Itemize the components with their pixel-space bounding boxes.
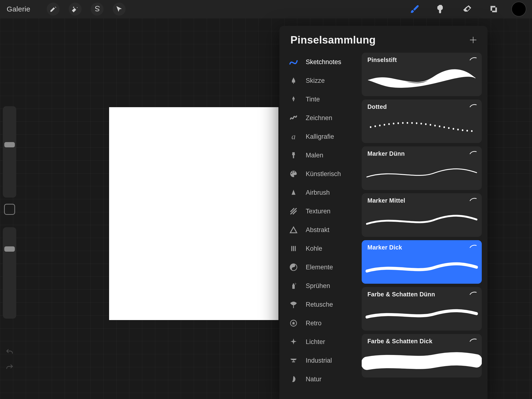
undo-button[interactable]	[5, 347, 14, 357]
side-panel	[2, 106, 17, 372]
select-s-icon[interactable]	[91, 3, 104, 16]
brush-list[interactable]: PinselstiftDottedMarker DünnMarker Mitte…	[362, 53, 483, 399]
brush-category-item[interactable]: Zeichnen	[283, 109, 361, 127]
brush-badge-icon	[469, 291, 477, 296]
brush-name: Farbe & Schatten Dünn	[367, 291, 476, 298]
brush-category-list[interactable]: SketchnotesSkizzeTinteZeichnenaKalligraf…	[283, 53, 362, 399]
brush-name: Pinselstift	[367, 57, 476, 63]
brush-category-label: Sketchnotes	[306, 58, 361, 66]
slider-knob[interactable]	[4, 142, 15, 147]
bars-icon	[288, 243, 299, 254]
brush-category-item[interactable]: Abstrakt	[283, 221, 361, 239]
svg-point-23	[430, 124, 431, 126]
brush-category-label: Kohle	[306, 245, 361, 252]
fan-brush-icon	[288, 299, 299, 310]
svg-point-16	[398, 122, 399, 124]
svg-point-27	[448, 127, 450, 129]
brush-category-item[interactable]: Sprühen	[283, 277, 361, 295]
brush-category-label: Retro	[306, 320, 361, 327]
brush-preview	[362, 111, 482, 141]
brush-category-item[interactable]: Künstlerisch	[283, 165, 361, 183]
brush-icon[interactable]	[406, 3, 423, 15]
eraser-icon[interactable]	[459, 3, 476, 15]
add-brush-button[interactable]	[468, 35, 478, 45]
brush-badge-icon	[469, 57, 477, 61]
brush-category-item[interactable]: Tinte	[283, 90, 361, 109]
brush-card[interactable]: Dotted	[362, 100, 482, 143]
brush-category-item[interactable]: Industrial	[283, 351, 361, 370]
brush-category-item[interactable]: Texturen	[283, 202, 361, 221]
cursive-a-icon: a	[288, 131, 299, 142]
svg-point-31	[466, 130, 468, 132]
svg-point-29	[457, 129, 459, 131]
brush-card[interactable]: Marker Mittel	[362, 193, 482, 237]
svg-point-7	[296, 284, 296, 284]
svg-point-6	[295, 283, 296, 284]
svg-point-13	[384, 124, 385, 126]
popover-title: Pinselsammlung	[290, 34, 376, 46]
redo-button[interactable]	[5, 363, 14, 372]
svg-point-14	[388, 123, 390, 125]
svg-point-17	[402, 122, 404, 124]
brush-badge-icon	[469, 150, 477, 155]
popover-header: Pinselsammlung	[279, 26, 488, 51]
leaf-icon	[288, 374, 299, 385]
svg-rect-5	[293, 284, 294, 285]
brush-preview	[362, 157, 482, 188]
cursor-icon[interactable]	[113, 3, 126, 16]
brush-category-item[interactable]: Natur	[283, 370, 361, 388]
brush-category-item[interactable]: Skizze	[283, 71, 361, 90]
brush-category-label: Sprühen	[306, 282, 361, 290]
svg-point-22	[425, 123, 426, 125]
brush-preview	[362, 298, 482, 328]
svg-point-11	[374, 125, 376, 127]
svg-point-25	[439, 125, 440, 127]
brush-category-item[interactable]: Elemente	[283, 258, 361, 277]
brush-category-label: Skizze	[306, 77, 361, 84]
sparkle-icon	[288, 336, 299, 347]
brush-category-item[interactable]: Malen	[283, 146, 361, 165]
brush-badge-icon	[469, 244, 477, 249]
brush-category-label: Natur	[306, 376, 361, 383]
brush-opacity-slider[interactable]	[3, 227, 16, 319]
brush-card[interactable]: Farbe & Schatten Dick	[362, 334, 482, 377]
svg-point-26	[443, 126, 445, 128]
svg-point-10	[370, 126, 371, 128]
brush-category-label: Malen	[306, 152, 361, 159]
brush-category-item[interactable]: Lichter	[283, 332, 361, 351]
wrench-icon[interactable]	[47, 3, 60, 16]
brush-category-item[interactable]: Retusche	[283, 295, 361, 314]
magic-wand-icon[interactable]	[69, 3, 82, 16]
brush-card[interactable]: Pinselstift	[362, 53, 482, 96]
brush-category-label: Zeichnen	[306, 114, 361, 122]
brush-category-label: Tinte	[306, 96, 361, 103]
brush-category-item[interactable]: Sketchnotes	[283, 53, 361, 71]
brush-category-item[interactable]: Kohle	[283, 239, 361, 258]
gallery-button[interactable]: Galerie	[7, 5, 30, 13]
hatch-icon	[288, 206, 299, 217]
canvas[interactable]	[109, 107, 279, 320]
brush-card[interactable]: Marker Dünn	[362, 146, 482, 190]
brush-category-label: Kalligrafie	[306, 133, 361, 140]
brush-category-item[interactable]: aKalligrafie	[283, 127, 361, 146]
brush-size-slider[interactable]	[3, 106, 16, 198]
layers-icon[interactable]	[485, 3, 502, 15]
brush-category-label: Texturen	[306, 208, 361, 215]
brush-library-popover: Pinselsammlung SketchnotesSkizzeTinteZei…	[279, 26, 488, 399]
brush-card[interactable]: Farbe & Schatten Dünn	[362, 287, 482, 331]
brush-category-item[interactable]: Retro	[283, 314, 361, 332]
brush-category-item[interactable]: Airbrush	[283, 183, 361, 202]
brush-name: Farbe & Schatten Dick	[367, 338, 476, 345]
brush-preview	[362, 251, 482, 281]
smudge-icon[interactable]	[432, 3, 450, 15]
brush-name: Dotted	[367, 103, 476, 110]
svg-point-24	[434, 125, 436, 127]
brush-card[interactable]: Marker Dick	[362, 240, 482, 284]
modify-button[interactable]	[4, 204, 15, 215]
svg-point-21	[421, 123, 422, 125]
svg-point-28	[453, 128, 454, 130]
color-swatch[interactable]	[511, 2, 526, 17]
stroke-curve-icon	[288, 57, 299, 67]
slider-knob[interactable]	[4, 246, 15, 252]
top-toolbar: Galerie	[0, 0, 532, 18]
